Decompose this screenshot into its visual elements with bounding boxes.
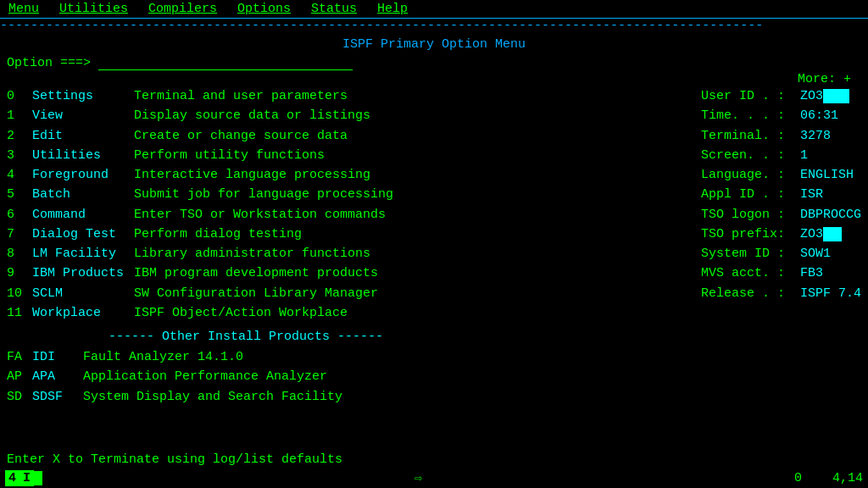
menu-list: 0SettingsTerminal and user parameters 1V… [7,86,456,407]
bottom-message: Enter X to Terminate using log/list defa… [0,447,868,469]
option-line: Option ===> [0,53,868,72]
menu-row-3: 3UtilitiesPerform utility functions [7,146,456,165]
info-language: Language. : ENGLISH [701,165,861,185]
info-appid: Appl ID . : ISR [701,185,861,204]
status-tab: 4 [5,470,19,486]
menu-row-fa: FAIDIFault Analyzer 14.1.0 [7,347,456,367]
divider-line: ----------------------------------------… [0,19,868,34]
page-title: ISPF Primary Option Menu [0,34,868,53]
menu-row-7: 7Dialog TestPerform dialog testing [7,225,456,244]
status-arrow-icon: ⇨ [42,470,794,486]
status-cursor-char: I [19,470,34,486]
menu-row-sd: SDSDSFSystem Display and Search Facility [7,387,456,407]
language-value: ENGLISH [800,168,854,182]
info-time: Time. . . : 06:31 [701,106,861,125]
terminal-label: Terminal. : [701,129,785,143]
menu-item-help[interactable]: Help [377,2,408,16]
info-screen: Screen. . : 1 [701,146,861,165]
menu-row-2: 2EditCreate or change source data [7,126,456,146]
status-coords: 4,14 [832,471,863,485]
menu-item-status[interactable]: Status [311,2,357,16]
other-install-header: ------ Other Install Products ------ [7,323,456,347]
option-label: Option ===> [7,56,91,70]
info-block: User ID . : ZO3 Time. . . : 06:31 Termin… [701,86,861,303]
info-terminal: Terminal. : 3278 [701,126,861,146]
more-label: More: [798,72,836,86]
menu-item-menu[interactable]: Menu [8,2,39,16]
tso-logon-value: DBPROCCG [800,208,861,222]
release-label: Release . : [701,286,785,301]
info-user-id: User ID . : ZO3 [701,86,861,106]
menu-row-ap: APAPAApplication Performance Analyzer [7,367,456,386]
user-id-highlight [823,89,849,103]
appid-value: ISR [800,187,823,202]
sysid-value: SOW1 [800,247,831,261]
sysid-label: System ID : [701,247,785,261]
screen-value: 1 [800,148,808,163]
mvs-value: FB3 [800,266,823,280]
main-screen: Menu Utilities Compilers Options Status … [0,0,868,488]
more-symbol: + [843,72,851,86]
menu-row-0: 0SettingsTerminal and user parameters [7,86,456,106]
terminal-value: 3278 [800,129,831,143]
tso-logon-label: TSO logon : [701,208,785,222]
menu-row-11: 11WorkplaceISPF Object/Action Workplace [7,303,456,323]
status-count: 0 [794,471,802,485]
menu-item-utilities[interactable]: Utilities [59,2,128,16]
menu-row-1: 1ViewDisplay source data or listings [7,106,456,125]
tso-prefix-value: ZO3 [800,227,823,241]
appid-label: Appl ID . : [701,187,785,202]
user-id-value: ZO3 [800,89,823,103]
time-label: Time. . . : [701,108,785,123]
user-id-label: User ID . : [701,89,785,103]
tso-prefix-highlight [823,227,842,241]
mvs-label: MVS acct. : [701,266,785,280]
info-tso-prefix: TSO prefix: ZO3 [701,225,861,244]
more-line: More: + [0,72,868,86]
screen-label: Screen. . : [701,148,785,163]
option-input[interactable] [98,55,353,70]
tso-prefix-label: TSO prefix: [701,227,785,241]
release-value: ISPF 7.4 [800,286,861,301]
menu-row-4: 4ForegroundInteractive language processi… [7,165,456,185]
info-tso-logon: TSO logon : DBPROCCG [701,205,861,225]
menu-item-options[interactable]: Options [237,2,291,16]
status-bar: 4 I ⇨ 0 4,14 [0,469,868,488]
info-release: Release . : ISPF 7.4 [701,284,861,303]
menu-item-compilers[interactable]: Compilers [148,2,217,16]
menu-row-5: 5BatchSubmit job for language processing [7,185,456,204]
menu-row-6: 6CommandEnter TSO or Workstation command… [7,205,456,225]
info-mvs: MVS acct. : FB3 [701,263,861,283]
info-sysid: System ID : SOW1 [701,244,861,263]
menu-row-10: 10SCLMSW Configuration Library Manager [7,284,456,303]
menu-row-8: 8LM FacilityLibrary administrator functi… [7,244,456,263]
time-value: 06:31 [800,108,838,123]
menubar: Menu Utilities Compilers Options Status … [0,0,868,19]
menu-row-9: 9IBM ProductsIBM program development pro… [7,263,456,283]
language-label: Language. : [701,168,785,182]
